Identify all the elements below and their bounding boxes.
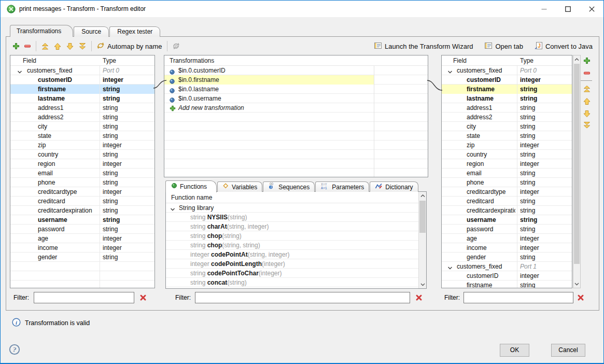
schema-field-row[interactable]: countrystring bbox=[442, 150, 572, 159]
add-transformation-row[interactable]: Add new transformation bbox=[164, 103, 428, 113]
scroll-up-icon[interactable] bbox=[573, 55, 580, 63]
automap-button[interactable]: Automap by name bbox=[94, 40, 164, 52]
schema-group-row[interactable]: customers_fixedPort 0 bbox=[442, 66, 572, 75]
cancel-button[interactable]: Cancel bbox=[551, 344, 585, 357]
schema-field-row[interactable]: customerIDinteger bbox=[10, 75, 154, 85]
schema-field-row[interactable]: address2string bbox=[10, 113, 154, 122]
schema-field-row[interactable]: creditcardstring bbox=[442, 197, 572, 206]
output-table-scrollbar[interactable] bbox=[573, 55, 581, 288]
remove-field-button[interactable] bbox=[22, 41, 33, 51]
clear-filter-icon[interactable] bbox=[138, 293, 148, 302]
move-bottom-output-button[interactable] bbox=[581, 120, 593, 130]
schema-field-row[interactable]: zipinteger bbox=[442, 141, 572, 150]
function-row[interactable]: integer codePointAt(string, integer) bbox=[166, 250, 418, 259]
schema-field-row[interactable]: ageinteger bbox=[442, 234, 572, 243]
tab-sequences[interactable]: 003Sequences bbox=[263, 181, 315, 192]
schema-field-row[interactable]: address2string bbox=[442, 113, 572, 122]
schema-field-row[interactable]: genderstring bbox=[442, 253, 572, 262]
function-row[interactable]: integer codePointLength(integer) bbox=[166, 259, 418, 269]
schema-field-row[interactable]: genderstring bbox=[10, 253, 154, 262]
function-row[interactable]: string chop(string) bbox=[166, 231, 418, 241]
tab-regex-tester[interactable]: Regex tester bbox=[109, 26, 160, 37]
tab-source[interactable]: Source bbox=[74, 26, 109, 37]
maximize-button[interactable] bbox=[556, 1, 580, 17]
function-row[interactable]: string concat(string) bbox=[166, 278, 418, 287]
tab-dictionary[interactable]: Dictionary bbox=[370, 181, 418, 192]
scrollbar-thumb[interactable] bbox=[419, 201, 426, 233]
minimize-button[interactable] bbox=[532, 1, 556, 17]
output-filter-field[interactable] bbox=[463, 292, 573, 303]
launch-wizard-button[interactable]: Launch the Transform Wizard bbox=[372, 40, 475, 52]
schema-field-row[interactable]: passwordstring bbox=[10, 225, 154, 234]
move-up-button[interactable] bbox=[51, 41, 64, 51]
ok-button[interactable]: OK bbox=[500, 344, 529, 357]
input-filter-field[interactable] bbox=[34, 292, 134, 303]
scroll-down-icon[interactable] bbox=[419, 281, 426, 288]
schema-field-row[interactable]: firstnamestring bbox=[442, 85, 572, 94]
schema-field-row[interactable]: firstnamestring bbox=[442, 281, 572, 288]
add-field-button[interactable] bbox=[10, 41, 22, 51]
schema-field-row[interactable]: statestring bbox=[442, 131, 572, 141]
move-down-button[interactable] bbox=[64, 41, 76, 51]
transformation-row[interactable]: $in.0.username bbox=[164, 94, 428, 103]
functions-filter-field[interactable] bbox=[195, 292, 410, 303]
clear-filter-icon[interactable] bbox=[414, 293, 424, 302]
schema-field-row[interactable]: creditcardtypeinteger bbox=[442, 187, 572, 197]
functions-scrollbar[interactable] bbox=[418, 192, 426, 288]
schema-field-row[interactable]: creditcardexpirationstring bbox=[10, 206, 154, 215]
function-row[interactable]: string codePointToChar(integer) bbox=[166, 269, 418, 278]
move-bottom-button[interactable] bbox=[76, 41, 89, 51]
schema-field-row[interactable]: emailstring bbox=[10, 169, 154, 178]
schema-field-row[interactable]: citystring bbox=[442, 122, 572, 131]
schema-field-row[interactable]: citystring bbox=[10, 122, 154, 131]
expand-icon[interactable] bbox=[170, 205, 175, 215]
tab-variables[interactable]: Variables bbox=[217, 181, 262, 192]
schema-field-row[interactable]: lastnamestring bbox=[10, 94, 154, 103]
tab-transformations[interactable]: Transformations bbox=[10, 25, 73, 37]
move-top-output-button[interactable] bbox=[581, 83, 593, 94]
remove-output-field-button[interactable] bbox=[581, 68, 593, 78]
schema-field-row[interactable]: address1string bbox=[442, 103, 572, 113]
schema-field-row[interactable]: zipinteger bbox=[10, 141, 154, 150]
move-top-button[interactable] bbox=[39, 41, 51, 51]
schema-field-row[interactable]: creditcardstring bbox=[10, 197, 154, 206]
scrollbar-thumb[interactable] bbox=[574, 64, 580, 264]
schema-field-row[interactable]: incomeinteger bbox=[10, 243, 154, 253]
schema-group-row[interactable]: customers_fixedPort 1 bbox=[442, 262, 572, 271]
schema-field-row[interactable]: usernamestring bbox=[442, 215, 572, 225]
transformation-row[interactable]: $in.0.firstname bbox=[164, 75, 374, 85]
function-row[interactable]: string chop(string, string) bbox=[166, 241, 418, 250]
schema-field-row[interactable]: firstnamestring bbox=[10, 85, 154, 94]
close-button[interactable] bbox=[580, 1, 603, 17]
move-down-output-button[interactable] bbox=[581, 108, 593, 119]
tab-parameters[interactable]: X=YA=1Parameters bbox=[315, 181, 369, 192]
open-tab-button[interactable]: Open tab bbox=[482, 40, 525, 52]
move-up-output-button[interactable] bbox=[581, 96, 593, 106]
function-library-group[interactable]: String library bbox=[166, 203, 418, 213]
schema-field-row[interactable]: phonestring bbox=[10, 178, 154, 187]
transformation-row[interactable]: $in.0.lastname bbox=[164, 85, 428, 94]
add-output-field-button[interactable] bbox=[581, 55, 593, 66]
function-row[interactable]: string charAt(string, integer) bbox=[166, 222, 418, 231]
scroll-down-icon[interactable] bbox=[573, 280, 580, 288]
tab-functions[interactable]: Functions bbox=[165, 180, 217, 192]
convert-java-button[interactable]: J Convert to Java bbox=[532, 40, 595, 52]
schema-field-row[interactable]: creditcardexpirationstring bbox=[442, 206, 572, 215]
transformation-row[interactable]: $in.0.customerID bbox=[164, 66, 428, 75]
schema-field-row[interactable]: countrystring bbox=[10, 150, 154, 159]
schema-field-row[interactable]: ageinteger bbox=[10, 234, 154, 243]
schema-group-row[interactable]: customers_fixedPort 0 bbox=[10, 66, 154, 75]
schema-field-row[interactable]: regioninteger bbox=[10, 159, 154, 169]
schema-field-row[interactable]: address1string bbox=[10, 103, 154, 113]
schema-field-row[interactable]: incomeinteger bbox=[442, 243, 572, 253]
schema-field-row[interactable]: creditcardtypeinteger bbox=[10, 187, 154, 197]
schema-field-row[interactable]: usernamestring bbox=[10, 215, 154, 225]
function-row[interactable]: string NYSIIS(string) bbox=[166, 213, 418, 222]
schema-field-row[interactable]: phonestring bbox=[442, 178, 572, 187]
schema-field-row[interactable]: passwordstring bbox=[442, 225, 572, 234]
scroll-up-icon[interactable] bbox=[419, 192, 426, 200]
clear-filter-icon[interactable] bbox=[576, 293, 585, 302]
schema-field-row[interactable]: customerIDinteger bbox=[442, 271, 572, 281]
schema-field-row[interactable]: regioninteger bbox=[442, 159, 572, 169]
schema-field-row[interactable]: emailstring bbox=[442, 169, 572, 178]
